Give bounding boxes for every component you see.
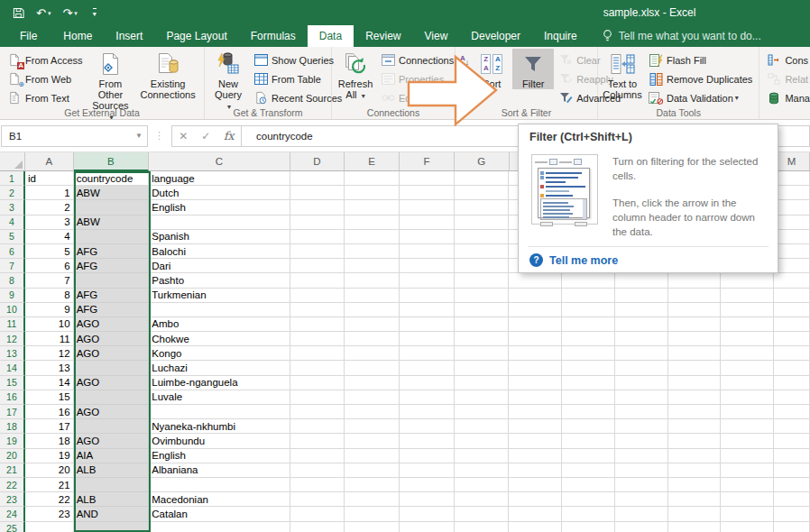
cell-H23[interactable] bbox=[509, 492, 562, 507]
flash-fill-button[interactable]: Flash Fill bbox=[644, 50, 756, 69]
cell-D4[interactable] bbox=[290, 216, 345, 230]
cell-G5[interactable] bbox=[455, 230, 510, 244]
tab-page-layout[interactable]: Page Layout bbox=[154, 25, 238, 47]
cell-C5[interactable]: Spanish bbox=[149, 230, 290, 244]
cell-J14[interactable] bbox=[615, 361, 668, 375]
cell-C6[interactable]: Balochi bbox=[149, 244, 290, 259]
cell-H10[interactable] bbox=[509, 303, 562, 317]
cell-B22[interactable] bbox=[74, 478, 150, 492]
cell-B24[interactable]: AND bbox=[74, 507, 150, 521]
cell-M19[interactable] bbox=[774, 434, 810, 448]
cell-L21[interactable] bbox=[721, 463, 774, 478]
row-header-22[interactable]: 22 bbox=[0, 478, 25, 492]
cell-A20[interactable]: 19 bbox=[25, 449, 74, 463]
cell-D8[interactable] bbox=[290, 273, 345, 288]
cell-I17[interactable] bbox=[562, 405, 615, 419]
cell-M24[interactable] bbox=[774, 507, 810, 521]
cell-L19[interactable] bbox=[721, 434, 774, 448]
cell-G8[interactable] bbox=[455, 273, 510, 288]
cell-G21[interactable] bbox=[455, 463, 510, 478]
new-query-button[interactable]: New Query ▾ bbox=[207, 49, 249, 113]
cell-F13[interactable] bbox=[400, 346, 455, 361]
cell-J24[interactable] bbox=[615, 507, 668, 521]
cell-D18[interactable] bbox=[290, 419, 345, 434]
tab-home[interactable]: Home bbox=[51, 25, 104, 47]
cell-A8[interactable]: 7 bbox=[25, 273, 74, 288]
cell-M4[interactable] bbox=[774, 216, 810, 230]
cell-A5[interactable]: 4 bbox=[25, 230, 74, 244]
cell-A12[interactable]: 11 bbox=[25, 332, 74, 346]
filter-button[interactable]: Filter bbox=[512, 49, 554, 89]
cell-C9[interactable]: Turkmenian bbox=[149, 289, 290, 303]
row-header-7[interactable]: 7 bbox=[0, 259, 25, 273]
cell-B18[interactable] bbox=[74, 419, 150, 434]
cell-D25[interactable] bbox=[290, 522, 345, 532]
row-header-10[interactable]: 10 bbox=[0, 303, 25, 317]
cell-F15[interactable] bbox=[400, 376, 455, 390]
cell-M13[interactable] bbox=[774, 346, 810, 361]
cell-A1[interactable]: id bbox=[25, 171, 74, 186]
cell-L20[interactable] bbox=[721, 449, 774, 463]
cell-B15[interactable]: AGO bbox=[74, 376, 150, 390]
cell-G11[interactable] bbox=[455, 317, 510, 332]
cell-M7[interactable] bbox=[774, 259, 810, 273]
cell-G12[interactable] bbox=[455, 332, 510, 346]
row-header-8[interactable]: 8 bbox=[0, 273, 25, 288]
cell-F6[interactable] bbox=[400, 244, 455, 259]
row-header-9[interactable]: 9 bbox=[0, 289, 25, 303]
cell-C12[interactable]: Chokwe bbox=[149, 332, 290, 346]
cell-B21[interactable]: ALB bbox=[74, 463, 150, 478]
tab-review[interactable]: Review bbox=[354, 25, 412, 47]
row-header-20[interactable]: 20 bbox=[0, 449, 25, 463]
cell-I22[interactable] bbox=[562, 478, 615, 492]
cell-B11[interactable]: AGO bbox=[74, 317, 150, 332]
cell-K10[interactable] bbox=[668, 303, 722, 317]
cell-A3[interactable]: 2 bbox=[25, 200, 74, 215]
cell-D16[interactable] bbox=[290, 390, 345, 405]
cell-E3[interactable] bbox=[345, 200, 400, 215]
cell-A14[interactable]: 13 bbox=[25, 361, 74, 375]
cell-M3[interactable] bbox=[774, 200, 810, 215]
column-header-M[interactable]: M bbox=[774, 152, 810, 171]
cell-L24[interactable] bbox=[721, 507, 774, 521]
cell-A10[interactable]: 9 bbox=[25, 303, 74, 317]
cell-F7[interactable] bbox=[400, 259, 455, 273]
cell-H25[interactable] bbox=[509, 522, 562, 532]
cell-G19[interactable] bbox=[455, 434, 510, 448]
column-header-E[interactable]: E bbox=[345, 152, 400, 171]
cell-E7[interactable] bbox=[345, 259, 400, 273]
existing-connections-button[interactable]: Existing Connections bbox=[134, 49, 201, 100]
cell-C24[interactable]: Catalan bbox=[149, 507, 290, 521]
from-access-button[interactable]: A From Access bbox=[3, 50, 87, 69]
cell-G22[interactable] bbox=[455, 478, 510, 492]
cell-C13[interactable]: Kongo bbox=[149, 346, 290, 361]
tab-formulas[interactable]: Formulas bbox=[239, 25, 308, 47]
cell-D20[interactable] bbox=[290, 449, 345, 463]
cell-C2[interactable]: Dutch bbox=[149, 186, 290, 200]
cell-F25[interactable] bbox=[400, 522, 455, 532]
cell-A6[interactable]: 5 bbox=[25, 244, 74, 259]
cell-C21[interactable]: Albaniana bbox=[149, 463, 290, 478]
cell-B13[interactable]: AGO bbox=[74, 346, 150, 361]
cell-J17[interactable] bbox=[615, 405, 668, 419]
cell-L10[interactable] bbox=[721, 303, 774, 317]
cell-K11[interactable] bbox=[668, 317, 722, 332]
row-header-23[interactable]: 23 bbox=[0, 492, 25, 507]
cell-B3[interactable] bbox=[74, 200, 150, 215]
cell-G20[interactable] bbox=[455, 449, 510, 463]
cell-I16[interactable] bbox=[562, 390, 615, 405]
cell-J10[interactable] bbox=[615, 303, 668, 317]
cell-G23[interactable] bbox=[455, 492, 510, 507]
cell-D12[interactable] bbox=[290, 332, 345, 346]
remove-duplicates-button[interactable]: Remove Duplicates bbox=[644, 69, 756, 88]
cell-F12[interactable] bbox=[400, 332, 455, 346]
cell-L11[interactable] bbox=[721, 317, 774, 332]
cell-F8[interactable] bbox=[400, 273, 455, 288]
row-header-5[interactable]: 5 bbox=[0, 230, 25, 244]
cell-E18[interactable] bbox=[345, 419, 400, 434]
cell-J25[interactable] bbox=[615, 522, 668, 532]
cell-K17[interactable] bbox=[668, 405, 722, 419]
cell-C19[interactable]: Ovimbundu bbox=[149, 434, 290, 448]
cell-J23[interactable] bbox=[615, 492, 668, 507]
cell-C3[interactable]: English bbox=[149, 200, 290, 215]
